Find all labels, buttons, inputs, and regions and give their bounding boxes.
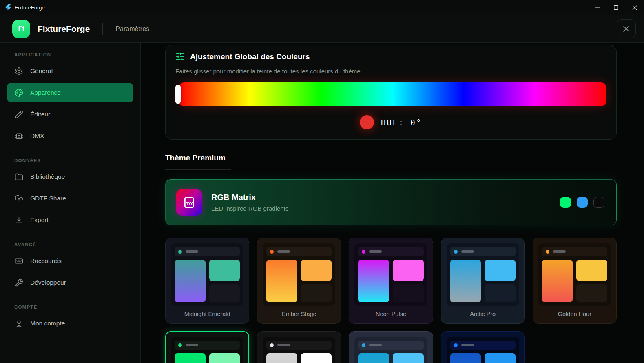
preview-solid-block bbox=[393, 353, 424, 363]
theme-card-emerald-selected[interactable] bbox=[165, 331, 249, 363]
sidebar-item-gdtf-share[interactable]: GDTF Share bbox=[7, 189, 133, 208]
theme-preview bbox=[263, 337, 335, 363]
sidebar-item-general[interactable]: Général bbox=[7, 61, 133, 81]
preview-titlebar bbox=[542, 247, 607, 256]
theme-preview bbox=[354, 337, 427, 363]
preview-blocks bbox=[266, 260, 332, 302]
theme-card-arctic-pro[interactable]: Arctic Pro bbox=[441, 238, 525, 324]
preview-titlebar bbox=[450, 247, 516, 256]
folder-icon bbox=[15, 173, 23, 181]
hue-slider[interactable] bbox=[175, 82, 606, 106]
preview-accent-dot bbox=[178, 343, 182, 347]
pencil-icon bbox=[15, 110, 23, 119]
sidebar-item-label: Raccourcis bbox=[30, 257, 62, 265]
preview-title-pill bbox=[553, 250, 566, 253]
preview-blocks bbox=[450, 260, 516, 302]
theme-card-steel-blue[interactable] bbox=[349, 331, 433, 363]
preview-blocks bbox=[542, 260, 607, 302]
sidebar-item-label: Apparence bbox=[30, 89, 61, 96]
theme-name: Arctic Pro bbox=[447, 311, 519, 317]
minimize-button[interactable] bbox=[588, 0, 606, 15]
hue-value: HUE: 0° bbox=[381, 118, 422, 127]
preview-accent-dot bbox=[454, 250, 458, 254]
preview-solid-block bbox=[301, 353, 332, 363]
preview-titlebar bbox=[266, 341, 332, 350]
sidebar-item-apparence[interactable]: Apparence bbox=[7, 83, 133, 102]
close-icon bbox=[632, 5, 637, 10]
premium-theme-subtitle: LED-inspired RGB gradients bbox=[211, 205, 288, 212]
preview-right-column bbox=[209, 353, 240, 363]
preview-title-pill bbox=[186, 250, 198, 253]
preview-accent-dot bbox=[270, 343, 274, 347]
close-window-button[interactable] bbox=[625, 0, 644, 15]
preview-right-column bbox=[393, 260, 424, 302]
theme-card-ember-stage[interactable]: Ember Stage bbox=[257, 238, 341, 324]
theme-preview bbox=[171, 243, 243, 306]
cloud-upload-icon bbox=[15, 194, 23, 203]
theme-card-royal-navy[interactable] bbox=[441, 331, 525, 363]
premium-swatch-3 bbox=[593, 197, 604, 208]
settings-content: Ajustement Global des Couleurs Faites gl… bbox=[141, 43, 644, 363]
hue-slider-handle[interactable] bbox=[175, 85, 181, 104]
sidebar-item-dmx[interactable]: DMX bbox=[7, 126, 133, 146]
preview-dark-block bbox=[209, 284, 240, 302]
preview-accent-dot bbox=[362, 250, 365, 254]
hue-gradient-track[interactable] bbox=[179, 82, 606, 106]
maximize-icon bbox=[614, 5, 618, 10]
flutter-logo-icon bbox=[4, 4, 11, 11]
app-logo: Ff bbox=[12, 20, 30, 38]
download-icon bbox=[15, 216, 23, 225]
preview-solid-block bbox=[485, 260, 516, 281]
preview-blocks bbox=[175, 260, 240, 302]
sidebar-item-raccourcis[interactable]: Raccourcis bbox=[7, 251, 133, 271]
keyboard-icon bbox=[15, 257, 23, 265]
preview-gradient-block bbox=[266, 353, 297, 363]
preview-title-pill bbox=[277, 344, 290, 346]
preview-solid-block bbox=[209, 353, 240, 363]
sidebar-item-label: GDTF Share bbox=[30, 195, 66, 202]
premium-theme-rgb-matrix[interactable]: RGB Matrix LED-inspired RGB gradients bbox=[165, 179, 617, 225]
theme-card-midnight-emerald[interactable]: Midnight Emerald bbox=[165, 238, 249, 324]
panel-subtitle: Faites glisser pour modifier la teinte d… bbox=[175, 68, 606, 75]
theme-card-neon-pulse[interactable]: Neon Pulse bbox=[349, 238, 433, 324]
sidebar-item-bibliotheque[interactable]: Bibliothèque bbox=[7, 167, 133, 187]
preview-blocks bbox=[358, 260, 423, 302]
theme-grid-row1: Midnight EmeraldEmber StageNeon PulseArc… bbox=[165, 238, 617, 324]
sidebar-item-label: Général bbox=[30, 67, 53, 75]
preview-solid-block bbox=[209, 260, 240, 281]
close-settings-button[interactable] bbox=[617, 19, 636, 38]
preview-gradient-block bbox=[266, 260, 297, 302]
preview-dark-block bbox=[301, 284, 332, 302]
sidebar-item-developpeur[interactable]: Développeur bbox=[7, 273, 133, 292]
preview-title-pill bbox=[461, 344, 474, 346]
global-hue-panel: Ajustement Global des Couleurs Faites gl… bbox=[165, 45, 617, 140]
preview-gradient-block bbox=[450, 260, 481, 302]
sidebar-section-label: COMPTE bbox=[14, 305, 140, 310]
preview-accent-dot bbox=[178, 250, 182, 254]
theme-card-golden-hour[interactable]: Golden Hour bbox=[533, 238, 617, 324]
hue-color-dot bbox=[360, 115, 374, 129]
preview-gradient-block bbox=[358, 260, 389, 302]
theme-card-mono-light[interactable] bbox=[257, 331, 341, 363]
heading-underline bbox=[165, 169, 231, 170]
preview-titlebar bbox=[175, 247, 240, 256]
page-title: Paramètres bbox=[115, 25, 149, 33]
led-matrix-icon bbox=[176, 189, 202, 216]
sidebar-section-donnees: DONNÉESBibliothèqueGDTF ShareExport bbox=[0, 158, 140, 230]
preview-gradient-block bbox=[450, 353, 481, 363]
sidebar-item-mon-compte[interactable]: Mon compte bbox=[7, 314, 133, 333]
maximize-button[interactable] bbox=[606, 0, 625, 15]
preview-blocks bbox=[175, 353, 240, 363]
sidebar-item-export[interactable]: Export bbox=[7, 210, 133, 230]
preview-dark-block bbox=[485, 284, 516, 302]
preview-titlebar bbox=[450, 341, 516, 350]
preview-gradient-block bbox=[358, 353, 389, 363]
preview-right-column bbox=[576, 260, 607, 302]
minimize-icon bbox=[595, 5, 600, 10]
preview-gradient-block bbox=[175, 353, 206, 363]
preview-dark-block bbox=[576, 284, 607, 302]
preview-gradient-block bbox=[175, 260, 206, 302]
sidebar-item-editeur[interactable]: Éditeur bbox=[7, 105, 133, 124]
close-icon bbox=[623, 25, 630, 32]
theme-name: Ember Stage bbox=[263, 311, 335, 317]
